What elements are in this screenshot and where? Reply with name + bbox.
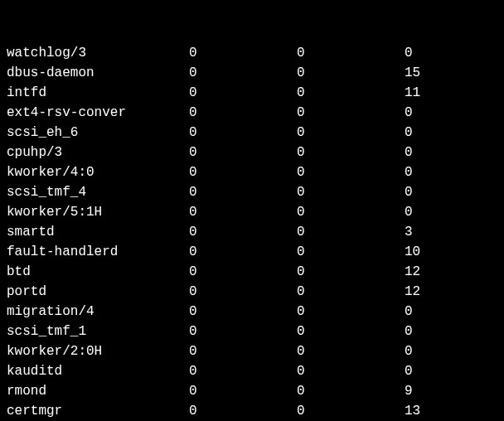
- process-name: portd: [7, 282, 156, 302]
- process-name: kworker/2:0H: [7, 341, 156, 361]
- col-2-value: 0: [264, 322, 371, 341]
- col-3-value: 0: [371, 302, 479, 322]
- col-3-value: 0: [371, 143, 479, 162]
- col-1-value: 0: [156, 83, 264, 103]
- col-1-value: 0: [156, 242, 264, 262]
- col-3-value: 0: [371, 123, 479, 143]
- process-name: kworker/5:1H: [7, 202, 156, 222]
- col-3-value: 10: [371, 242, 479, 262]
- col-2-value: 0: [264, 262, 371, 282]
- table-row: smartd003: [7, 222, 497, 242]
- col-3-value: 12: [371, 282, 479, 302]
- col-3-value: 13: [371, 401, 479, 421]
- table-row: kworker/2:0H000: [7, 341, 497, 361]
- col-3-value: 15: [371, 63, 479, 83]
- col-2-value: 0: [264, 242, 371, 262]
- col-2-value: 0: [264, 123, 371, 143]
- col-1-value: 0: [156, 262, 264, 282]
- col-2-value: 0: [264, 222, 371, 242]
- col-2-value: 0: [264, 401, 371, 421]
- col-2-value: 0: [264, 381, 371, 401]
- process-name: certmgr: [7, 401, 156, 421]
- table-row: kworker/4:0000: [7, 162, 497, 182]
- table-row: ext4-rsv-conver000: [7, 103, 497, 123]
- process-name: cpuhp/3: [7, 143, 156, 162]
- col-3-value: 3: [371, 222, 479, 242]
- col-1-value: 0: [156, 282, 264, 302]
- col-1-value: 0: [156, 202, 264, 222]
- col-3-value: 0: [371, 103, 479, 123]
- col-2-value: 0: [264, 341, 371, 361]
- col-1-value: 0: [156, 143, 264, 162]
- col-2-value: 0: [264, 83, 371, 103]
- process-name: kworker/4:0: [7, 162, 156, 182]
- col-1-value: 0: [156, 63, 264, 83]
- col-3-value: 0: [371, 182, 479, 202]
- process-name: watchlog/3: [7, 43, 156, 63]
- process-name: rmond: [7, 381, 156, 401]
- col-1-value: 0: [156, 103, 264, 123]
- table-row: intfd0011: [7, 83, 497, 103]
- table-row: certmgr0013: [7, 401, 497, 421]
- col-1-value: 0: [156, 401, 264, 421]
- table-row: kworker/5:1H000: [7, 202, 497, 222]
- terminal-output: watchlog/3000dbus-daemon0015intfd0011ext…: [7, 3, 497, 421]
- col-2-value: 0: [264, 63, 371, 83]
- col-1-value: 0: [156, 341, 264, 361]
- col-3-value: 0: [371, 43, 479, 63]
- col-2-value: 0: [264, 282, 371, 302]
- col-1-value: 0: [156, 123, 264, 143]
- process-table: watchlog/3000dbus-daemon0015intfd0011ext…: [7, 43, 497, 421]
- table-row: btd0012: [7, 262, 497, 282]
- col-1-value: 0: [156, 222, 264, 242]
- col-1-value: 0: [156, 182, 264, 202]
- col-3-value: 0: [371, 162, 479, 182]
- process-name: migration/4: [7, 302, 156, 322]
- col-2-value: 0: [264, 43, 371, 63]
- process-name: intfd: [7, 83, 156, 103]
- col-1-value: 0: [156, 302, 264, 322]
- table-row: dbus-daemon0015: [7, 63, 497, 83]
- col-1-value: 0: [156, 162, 264, 182]
- table-row: scsi_tmf_4000: [7, 182, 497, 202]
- table-row: kauditd000: [7, 361, 497, 381]
- process-name: ext4-rsv-conver: [7, 103, 156, 123]
- col-3-value: 9: [371, 381, 479, 401]
- col-3-value: 0: [371, 322, 479, 341]
- table-row: watchlog/3000: [7, 43, 497, 63]
- table-row: scsi_tmf_1000: [7, 322, 497, 341]
- col-1-value: 0: [156, 43, 264, 63]
- col-3-value: 11: [371, 83, 479, 103]
- process-name: scsi_eh_6: [7, 123, 156, 143]
- process-name: fault-handlerd: [7, 242, 156, 262]
- table-row: migration/4000: [7, 302, 497, 322]
- col-2-value: 0: [264, 182, 371, 202]
- col-3-value: 0: [371, 341, 479, 361]
- col-2-value: 0: [264, 202, 371, 222]
- process-name: btd: [7, 262, 156, 282]
- table-row: cpuhp/3000: [7, 143, 497, 162]
- process-name: scsi_tmf_4: [7, 182, 156, 202]
- col-2-value: 0: [264, 103, 371, 123]
- table-row: portd0012: [7, 282, 497, 302]
- col-2-value: 0: [264, 162, 371, 182]
- table-row: fault-handlerd0010: [7, 242, 497, 262]
- col-1-value: 0: [156, 381, 264, 401]
- process-name: smartd: [7, 222, 156, 242]
- col-2-value: 0: [264, 302, 371, 322]
- col-1-value: 0: [156, 322, 264, 341]
- table-row: scsi_eh_6000: [7, 123, 497, 143]
- table-row: rmond009: [7, 381, 497, 401]
- col-3-value: 12: [371, 262, 479, 282]
- col-3-value: 0: [371, 202, 479, 222]
- process-name: kauditd: [7, 361, 156, 381]
- col-3-value: 0: [371, 361, 479, 381]
- col-2-value: 0: [264, 361, 371, 381]
- process-name: scsi_tmf_1: [7, 322, 156, 341]
- col-1-value: 0: [156, 361, 264, 381]
- process-name: dbus-daemon: [7, 63, 156, 83]
- col-2-value: 0: [264, 143, 371, 162]
